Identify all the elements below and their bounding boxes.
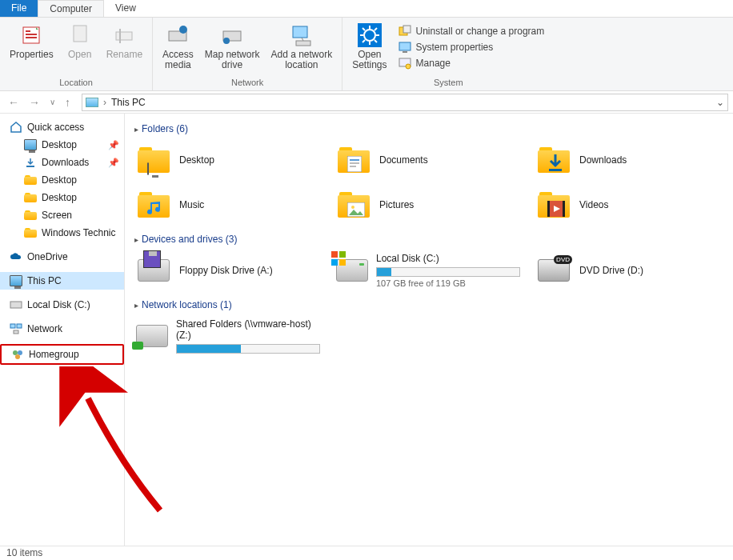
folder-pictures[interactable]: Pictures	[334, 186, 519, 224]
ribbon-group-network: Access media Map network drive Add a net…	[153, 18, 342, 90]
properties-label: Properties	[10, 50, 54, 60]
drive-floppy[interactable]: Floppy Disk Drive (A:)	[134, 251, 318, 290]
svg-rect-11	[293, 26, 307, 38]
svg-rect-33	[17, 324, 22, 328]
sidebar-item-desktop[interactable]: Desktop📌	[0, 136, 124, 154]
drive-dvd[interactable]: DVD Drive (D:)	[535, 251, 719, 290]
svg-point-36	[18, 350, 22, 355]
access-media-button[interactable]: Access media	[158, 21, 198, 72]
collapse-caret-icon: ▸	[134, 301, 138, 310]
svg-rect-39	[350, 159, 359, 161]
tab-computer[interactable]: Computer	[38, 0, 104, 17]
system-properties-icon	[399, 41, 411, 54]
add-network-location-button[interactable]: Add a network location	[266, 21, 337, 72]
floppy-drive-icon	[136, 253, 171, 288]
svg-rect-6	[119, 29, 121, 43]
manage-button[interactable]: Manage	[394, 56, 550, 70]
dvd-drive-icon	[536, 253, 571, 288]
svg-rect-31	[10, 302, 22, 308]
folder-icon	[24, 191, 37, 204]
open-settings-button[interactable]: Open Settings	[347, 21, 391, 72]
network-drive-icon	[136, 318, 168, 354]
svg-rect-3	[26, 37, 37, 38]
folder-videos[interactable]: Videos	[535, 186, 719, 224]
sidebar-homegroup[interactable]: Homegroup	[0, 344, 124, 365]
svg-rect-2	[26, 34, 37, 35]
onedrive-icon	[10, 250, 22, 263]
add-network-location-label: Add a network location	[270, 50, 332, 70]
system-properties-button[interactable]: System properties	[394, 40, 550, 54]
access-media-icon	[165, 22, 190, 48]
map-drive-button[interactable]: Map network drive	[200, 21, 265, 72]
folder-music[interactable]: Music	[134, 186, 318, 224]
status-item-count: 10 items	[6, 547, 42, 558]
ribbon-tabs: File Computer View	[0, 0, 733, 18]
svg-rect-42	[549, 169, 562, 171]
nav-back-button[interactable]: ←	[5, 94, 22, 110]
sidebar-network[interactable]: Network	[0, 320, 124, 338]
breadcrumb-root[interactable]: This PC	[111, 97, 146, 108]
settings-gear-icon	[357, 22, 383, 48]
address-dropdown-icon[interactable]: ⌄	[716, 97, 724, 108]
status-bar: 10 items	[0, 546, 733, 560]
svg-point-8	[179, 26, 187, 34]
open-button[interactable]: Open	[60, 21, 100, 62]
add-network-location-icon	[289, 22, 314, 48]
navigation-pane: Quick access Desktop📌 Downloads📌 Desktop…	[0, 114, 125, 546]
svg-rect-32	[10, 324, 15, 328]
open-settings-label: Open Settings	[352, 50, 387, 70]
group-label-network: Network	[231, 78, 263, 89]
map-drive-icon	[219, 22, 245, 48]
rename-button[interactable]: Rename	[102, 21, 147, 62]
svg-point-29	[406, 64, 411, 69]
svg-rect-51	[339, 259, 346, 266]
properties-button[interactable]: Properties	[5, 21, 58, 62]
sidebar-this-pc[interactable]: This PC	[0, 272, 124, 290]
rename-icon	[111, 22, 137, 48]
section-drives-header[interactable]: ▸Devices and drives (3)	[134, 234, 723, 245]
sidebar-quick-access[interactable]: Quick access	[0, 118, 124, 136]
desktop-icon	[24, 138, 37, 151]
manage-icon	[399, 57, 411, 70]
folder-documents[interactable]: Documents	[334, 141, 519, 179]
pictures-folder-icon	[336, 187, 371, 222]
svg-point-44	[351, 206, 354, 209]
svg-rect-49	[339, 251, 346, 258]
sidebar-item-desktop-2[interactable]: Desktop	[0, 171, 124, 189]
network-drive-z[interactable]: Shared Folders (\\vmware-host) (Z:)	[134, 317, 318, 355]
drive-local-c[interactable]: Local Disk (C:)107 GB free of 119 GB	[334, 251, 519, 290]
sidebar-local-disk[interactable]: Local Disk (C:)	[0, 296, 124, 314]
section-network-header[interactable]: ▸Network locations (1)	[134, 299, 723, 310]
nav-forward-button[interactable]: →	[26, 94, 43, 110]
folder-desktop[interactable]: Desktop	[134, 141, 318, 179]
local-disk-icon	[336, 253, 368, 288]
music-folder-icon	[136, 187, 171, 222]
svg-point-37	[15, 354, 20, 359]
uninstall-program-button[interactable]: Uninstall or change a program	[394, 24, 550, 38]
disk-usage-bar	[176, 344, 320, 354]
sidebar-onedrive[interactable]: OneDrive	[0, 248, 124, 266]
sidebar-item-desktop-3[interactable]: Desktop	[0, 189, 124, 206]
folder-icon	[24, 226, 37, 239]
tab-file[interactable]: File	[0, 0, 38, 17]
svg-point-35	[13, 350, 18, 355]
nav-recent-dropdown[interactable]: ∨	[46, 96, 58, 108]
manage-label: Manage	[416, 58, 451, 69]
uninstall-icon	[399, 25, 411, 38]
folder-downloads[interactable]: Downloads	[535, 141, 719, 179]
quick-access-label: Quick access	[27, 122, 84, 133]
downloads-folder-icon	[536, 142, 571, 178]
svg-rect-50	[331, 259, 338, 266]
tab-view[interactable]: View	[104, 0, 147, 17]
desktop-folder-icon	[136, 142, 171, 178]
section-folders-header[interactable]: ▸Folders (6)	[134, 123, 723, 134]
sidebar-item-windows-technic[interactable]: Windows Technic	[0, 224, 124, 242]
group-label-location: Location	[59, 78, 93, 89]
this-pc-icon	[86, 98, 98, 107]
sidebar-item-downloads[interactable]: Downloads📌	[0, 154, 124, 171]
videos-folder-icon	[536, 187, 571, 222]
address-bar[interactable]: › This PC ⌄	[82, 94, 728, 111]
sidebar-item-screen[interactable]: Screen	[0, 206, 124, 224]
nav-up-button[interactable]: ↑	[62, 94, 74, 110]
navigation-bar: ← → ∨ ↑ › This PC ⌄	[0, 91, 733, 114]
